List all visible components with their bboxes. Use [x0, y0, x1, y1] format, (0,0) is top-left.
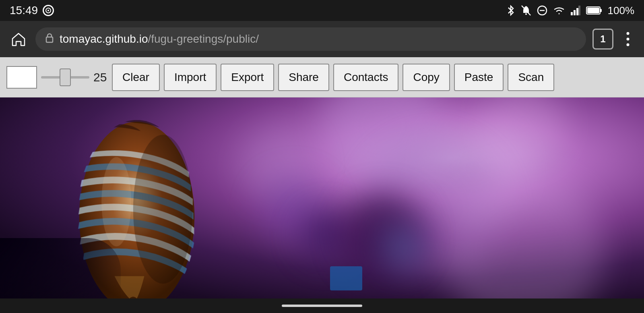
status-time: 15:49 [10, 4, 38, 17]
status-left: 15:49 [10, 4, 54, 17]
dnd-icon [537, 5, 547, 16]
svg-point-14 [627, 32, 630, 35]
size-slider-track [41, 76, 89, 79]
export-button[interactable]: Export [221, 64, 274, 91]
url-bar[interactable]: tomayac.github.io/fugu-greetings/public/ [35, 27, 586, 51]
tab-count-button[interactable]: 1 [592, 29, 613, 50]
url-text: tomayac.github.io/fugu-greetings/public/ [60, 33, 576, 46]
svg-rect-8 [576, 8, 578, 15]
signal-icon [571, 6, 580, 15]
home-indicator-bar [282, 305, 362, 307]
status-app-icon [43, 5, 54, 16]
size-slider-value: 25 [93, 70, 108, 84]
svg-rect-6 [571, 12, 573, 15]
import-button[interactable]: Import [164, 64, 217, 91]
scan-button[interactable]: Scan [508, 64, 554, 91]
more-button[interactable] [620, 32, 636, 46]
blue-element [330, 266, 362, 290]
canvas-area[interactable] [0, 97, 644, 298]
url-domain: tomayac.github.io [60, 33, 148, 45]
svg-point-16 [627, 44, 630, 46]
underwater-scene [0, 97, 644, 298]
svg-point-15 [627, 38, 630, 41]
bokeh-10 [382, 226, 423, 267]
home-button[interactable] [8, 29, 29, 50]
svg-point-19 [133, 135, 193, 284]
battery-percentage: 100% [608, 4, 635, 17]
paste-button[interactable]: Paste [454, 64, 504, 91]
notification-muted-icon [521, 5, 531, 16]
browser-actions: 1 [592, 29, 636, 50]
bluetooth-icon [506, 5, 515, 16]
svg-rect-7 [574, 10, 576, 15]
share-button[interactable]: Share [278, 64, 329, 91]
contacts-button[interactable]: Contacts [333, 64, 399, 91]
lock-icon [45, 33, 54, 46]
size-slider-container [41, 76, 89, 79]
color-swatch[interactable] [6, 66, 37, 89]
svg-rect-12 [587, 8, 599, 13]
toolbar: 25 Clear Import Export Share Contacts Co… [0, 57, 644, 97]
copy-button[interactable]: Copy [402, 64, 450, 91]
status-bar: 15:49 [0, 0, 644, 21]
svg-point-1 [47, 10, 49, 11]
url-path: /fugu-greetings/public/ [148, 33, 259, 45]
svg-point-3 [525, 13, 527, 15]
svg-rect-11 [600, 9, 602, 12]
home-indicator-bar-container [0, 298, 644, 313]
svg-point-20 [101, 157, 131, 247]
dark-shadow [0, 238, 121, 298]
battery-icon [586, 6, 602, 15]
status-right: 100% [506, 4, 635, 17]
clear-button[interactable]: Clear [112, 64, 160, 91]
wifi-icon [553, 6, 565, 15]
svg-rect-9 [578, 6, 580, 15]
address-bar: tomayac.github.io/fugu-greetings/public/… [0, 21, 644, 57]
size-slider-thumb[interactable] [60, 68, 71, 86]
svg-rect-13 [46, 37, 53, 42]
